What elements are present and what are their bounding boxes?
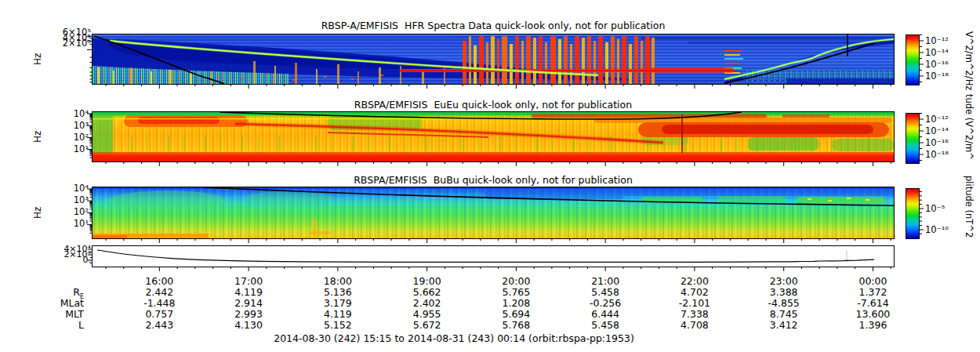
ephemeris-cell: -7.614 — [840, 298, 906, 309]
ephemeris-cell: 5.768 — [483, 320, 549, 331]
p3-ytick: 10¹ — [50, 219, 89, 229]
cb2-tick: 10⁻¹⁶ — [925, 138, 966, 148]
cb2-tick: 10⁻¹⁴ — [925, 126, 966, 136]
cb1-unit-label: V^2/m^2/Hz — [964, 31, 975, 90]
ephemeris-cell: 5.765 — [483, 287, 549, 298]
bubu-spectrogram-panel — [92, 187, 895, 239]
ephemeris-cell: 5.672 — [394, 320, 460, 331]
ephemeris-cell: -2.101 — [662, 298, 728, 309]
ephemeris-cell: 13.600 — [840, 309, 906, 320]
time-tick-label: 17:00 — [223, 275, 274, 287]
ephemeris-cell: 3.388 — [751, 287, 817, 298]
time-tick-label: 19:00 — [402, 275, 452, 287]
cb1-tick: 10⁻¹⁴ — [925, 48, 966, 58]
ephemeris-cell: 5.458 — [572, 287, 638, 298]
cb2-unit-label: tude (V^2/m^ — [964, 94, 975, 160]
cb1-tick: 10⁻¹⁸ — [925, 71, 966, 82]
p3-ytick: 10³ — [50, 195, 89, 205]
p3-ytick: 10² — [50, 207, 89, 217]
ephemeris-cell: 6.444 — [572, 309, 638, 320]
panel1-title: RBSP-A/EMFISIS HFR Spectra Data quick-lo… — [93, 20, 894, 31]
time-tick-label: 20:00 — [491, 275, 541, 287]
p1-ylabel: Hz — [32, 53, 43, 65]
p3-ytick: 10⁴ — [50, 183, 89, 194]
cb2-tick: 10⁻¹⁸ — [925, 150, 966, 160]
panel2-title: RBSPA/EMFISIS EuEu quick-look only, not … — [93, 99, 894, 111]
p2-ylabel: Hz — [32, 130, 43, 143]
ephemeris-row-label: MLat — [16, 298, 84, 309]
time-tick-label: 00:00 — [848, 275, 898, 287]
colorbar-eueu — [906, 113, 920, 164]
ephemeris-cell: -1.448 — [126, 298, 192, 309]
ephemeris-cell: 4.119 — [305, 309, 371, 320]
ephemeris-cell: 4.130 — [216, 320, 281, 331]
ephemeris-row-label: MLT — [16, 309, 84, 320]
density-line-panel — [92, 245, 895, 267]
p2-ytick: 10¹ — [50, 144, 89, 154]
ephemeris-cell: 5.152 — [305, 320, 371, 331]
hfr-spectrogram-image — [93, 34, 894, 84]
eueu-spectrogram-panel — [92, 111, 895, 162]
ephemeris-cell: 2.993 — [216, 309, 281, 320]
cb3-tick: 10⁻¹⁰ — [925, 225, 966, 235]
panel3-title: RBSPA/EMFISIS BuBu quick-look only, not … — [93, 174, 894, 186]
p1-ytick: 2×10⁵ — [45, 38, 91, 49]
ephemeris-cell: 3.179 — [305, 298, 371, 309]
ephemeris-cell: 4.119 — [216, 287, 281, 298]
ephemeris-cell: -0.256 — [572, 298, 638, 309]
time-tick-label: 16:00 — [134, 275, 184, 287]
ephemeris-cell: 2.443 — [126, 320, 192, 331]
colorbar-bubu — [906, 188, 920, 239]
p4-ytick: 0. — [45, 256, 91, 265]
hfr-spectrogram-panel — [92, 34, 895, 85]
ephemeris-cell: 7.338 — [662, 309, 728, 320]
p3-ylabel: Hz — [32, 206, 43, 219]
ephemeris-cell: 1.396 — [840, 320, 906, 331]
p2-ytick: 10³ — [50, 121, 89, 131]
cb3-unit-label: plitude (nT^2 — [964, 176, 975, 238]
ephemeris-cell: 2.442 — [126, 287, 192, 298]
cb1-tick: 10⁻¹² — [925, 36, 966, 46]
ephemeris-cell: 2.402 — [394, 298, 460, 309]
ephemeris-cell: -4.855 — [751, 298, 817, 309]
colorbar-hfr — [906, 34, 920, 85]
ephemeris-cell: 1.208 — [483, 298, 549, 309]
ephemeris-cell: 8.745 — [751, 309, 817, 320]
bubu-spectrogram-image — [93, 187, 894, 238]
time-tick-label: 22:00 — [670, 275, 720, 287]
ephemeris-cell: 3.412 — [751, 320, 817, 331]
eueu-spectrogram-image — [93, 112, 894, 161]
ephemeris-cell: 5.694 — [483, 309, 549, 320]
p2-ytick: 10⁴ — [50, 109, 89, 119]
time-tick-label: 18:00 — [313, 275, 363, 287]
ephemeris-cell: 2.914 — [216, 298, 281, 309]
time-range-footer: 2014-08-30 (242) 15:15 to 2014-08-31 (24… — [93, 332, 815, 344]
spectrogram-figure: RBSP-A/EMFISIS HFR Spectra Data quick-lo… — [0, 0, 980, 352]
ephemeris-row-label: L — [16, 320, 84, 331]
ephemeris-row-label: RE — [16, 287, 84, 298]
cb3-tick: 10⁻⁵ — [925, 204, 966, 214]
time-tick-label: 21:00 — [580, 275, 630, 287]
chorus-band — [797, 197, 884, 204]
ephemeris-cell: 1.372 — [840, 287, 906, 298]
ephemeris-cell: 5.136 — [305, 287, 371, 298]
ephemeris-cell: 4.955 — [394, 309, 460, 320]
cb1-tick: 10⁻¹⁶ — [925, 60, 966, 70]
ephemeris-cell: 5.458 — [572, 320, 638, 331]
ephemeris-cell: 0.757 — [126, 309, 192, 320]
density-line-plot — [93, 246, 894, 267]
cb2-tick: 10⁻¹² — [925, 114, 966, 125]
ephemeris-cell: 4.708 — [662, 320, 728, 331]
time-tick-label: 23:00 — [759, 275, 809, 287]
p2-ytick: 10² — [50, 132, 89, 143]
ephemeris-cell: 4.702 — [662, 287, 728, 298]
hfr-burst-region — [463, 36, 655, 84]
ephemeris-cell: 5.662 — [394, 287, 460, 298]
